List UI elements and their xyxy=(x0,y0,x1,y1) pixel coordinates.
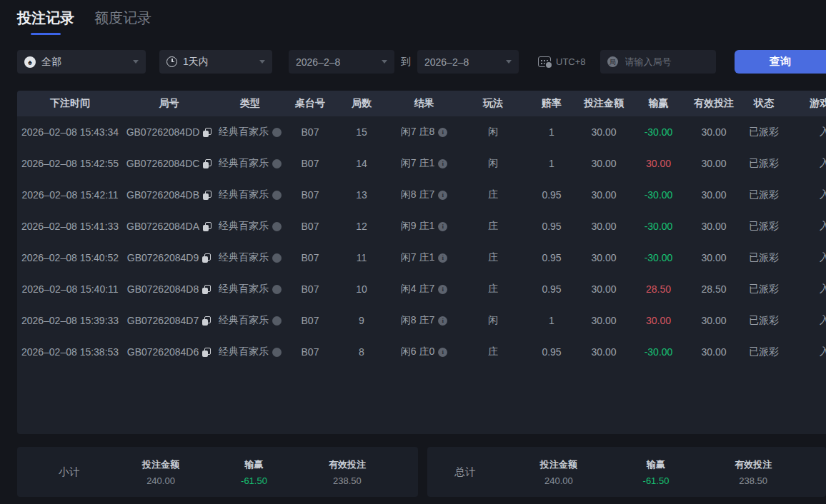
cell-status-text: 已派彩 xyxy=(749,346,779,358)
cell-table-no-text: B07 xyxy=(302,315,319,326)
cell-round-no-text: 15 xyxy=(356,126,367,138)
cell-bet-time-text: 2026–02–08 15:42:55 xyxy=(21,158,119,169)
cell-round-no: 8 xyxy=(335,346,388,358)
cell-game-mode-text: 入座 xyxy=(820,188,826,201)
copy-icon[interactable] xyxy=(203,128,212,137)
copy-icon[interactable] xyxy=(203,191,212,200)
cell-round-id-text: GB07262084D8 xyxy=(127,283,199,295)
info-icon[interactable] xyxy=(438,128,447,137)
cell-game-type-text: 经典百家乐 xyxy=(219,251,269,264)
spade-icon xyxy=(24,56,36,68)
cell-game-mode-text: 入座 xyxy=(820,251,826,264)
cell-game-type: 经典百家乐 xyxy=(215,220,285,233)
cell-table-no-text: B07 xyxy=(302,126,319,138)
cell-odds-text: 1 xyxy=(549,158,554,169)
provider-icon xyxy=(272,159,282,168)
cell-valid-bet-text: 30.00 xyxy=(701,315,726,326)
cell-game-mode-text: 入座 xyxy=(820,157,826,170)
cell-game-mode: 入座 xyxy=(787,314,826,327)
cell-play: 闲 xyxy=(460,126,526,138)
info-icon[interactable] xyxy=(438,191,447,200)
info-icon[interactable] xyxy=(438,348,447,357)
query-button[interactable]: 查询 xyxy=(735,50,826,74)
betting-records-page: 投注记录 额度记录 全部 1天内 2026–2–8 到 2026–2–8 UTC… xyxy=(0,0,826,504)
tab-betting-records[interactable]: 投注记录 xyxy=(17,9,74,35)
cell-table-no: B07 xyxy=(285,346,335,358)
date-from-picker[interactable]: 2026–2–8 xyxy=(289,50,394,74)
info-icon[interactable] xyxy=(438,253,447,263)
cell-play-text: 闲 xyxy=(488,314,498,327)
cell-game-mode: 入座 xyxy=(787,126,826,138)
info-icon[interactable] xyxy=(438,222,447,231)
cell-round-id: GB07262084D8 xyxy=(123,283,215,295)
cell-round-id: GB07262084DD xyxy=(123,126,215,138)
cell-play-text: 庄 xyxy=(488,346,498,358)
copy-icon[interactable] xyxy=(202,285,211,294)
cell-odds-text: 1 xyxy=(549,315,554,326)
copy-icon[interactable] xyxy=(203,222,212,231)
summary-subtotal-stats: 投注金额240.00输赢-61.50有效投注238.50 xyxy=(90,458,418,486)
column-header: 下注时间 xyxy=(17,97,123,110)
tab-quota-records[interactable]: 额度记录 xyxy=(94,9,151,35)
cell-win-loss-text: -30.00 xyxy=(645,252,673,263)
info-icon[interactable] xyxy=(438,316,447,326)
cell-odds-text: 0.95 xyxy=(542,252,561,263)
cell-odds: 0.95 xyxy=(526,283,577,295)
copy-icon[interactable] xyxy=(202,253,211,263)
column-header: 输赢 xyxy=(630,97,687,110)
provider-icon xyxy=(272,285,282,294)
copy-icon[interactable] xyxy=(202,348,211,357)
timezone-indicator: UTC+8 xyxy=(538,56,586,67)
cell-bet-amount: 30.00 xyxy=(577,126,630,138)
summary-stat-label: 投注金额 xyxy=(540,458,577,471)
cell-bet-time: 2026–02–08 15:41:33 xyxy=(17,221,123,232)
summary-stat-value: 238.50 xyxy=(739,475,767,486)
date-to-picker[interactable]: 2026–2–8 xyxy=(417,50,519,74)
copy-icon[interactable] xyxy=(202,316,211,326)
column-header: 局数 xyxy=(335,97,388,110)
cell-odds: 0.95 xyxy=(526,346,577,358)
summary-stat: 投注金额240.00 xyxy=(540,458,577,486)
cell-bet-amount-text: 30.00 xyxy=(591,126,616,138)
column-header: 玩法 xyxy=(460,97,526,110)
cell-game-type-text: 经典百家乐 xyxy=(219,126,269,138)
cell-bet-amount-text: 30.00 xyxy=(591,252,616,263)
cell-round-id-text: GB07262084DB xyxy=(126,189,199,201)
cell-round-id-text: GB07262084DC xyxy=(126,158,200,169)
round-search-input[interactable] xyxy=(624,56,709,68)
cell-round-id-text: GB07262084DD xyxy=(126,126,200,138)
cell-play: 庄 xyxy=(460,251,526,264)
cell-bet-time: 2026–02–08 15:38:53 xyxy=(17,346,123,358)
cell-bet-amount-text: 30.00 xyxy=(591,346,616,358)
game-type-dropdown[interactable]: 全部 xyxy=(17,50,146,74)
cell-play-text: 庄 xyxy=(488,283,498,296)
cell-play: 庄 xyxy=(460,283,526,296)
cell-win-loss: -30.00 xyxy=(630,189,687,201)
info-icon[interactable] xyxy=(438,285,447,294)
provider-icon xyxy=(272,128,282,137)
cell-bet-time: 2026–02–08 15:42:55 xyxy=(17,158,123,169)
info-icon[interactable] xyxy=(438,159,447,168)
chevron-down-icon xyxy=(382,60,387,64)
cell-valid-bet: 30.00 xyxy=(687,252,741,263)
cell-table-no: B07 xyxy=(285,252,335,263)
cell-win-loss-text: -30.00 xyxy=(645,189,673,201)
summary-stat: 有效投注238.50 xyxy=(329,458,366,486)
summary-stat-label: 有效投注 xyxy=(329,458,366,471)
cell-round-id: GB07262084D9 xyxy=(123,252,215,263)
copy-icon[interactable] xyxy=(203,159,212,168)
cell-bet-amount-text: 30.00 xyxy=(591,283,616,295)
cell-game-type: 经典百家乐 xyxy=(215,283,285,296)
cell-round-no-text: 11 xyxy=(357,252,367,263)
cell-game-type: 经典百家乐 xyxy=(215,157,285,170)
time-range-dropdown[interactable]: 1天内 xyxy=(159,50,272,74)
cell-bet-time-text: 2026–02–08 15:41:33 xyxy=(21,221,119,232)
summary-stat: 投注金额240.00 xyxy=(142,458,179,486)
cell-valid-bet-text: 28.50 xyxy=(701,283,726,295)
subtotal-panel: 小计 投注金额240.00输赢-61.50有效投注238.50 xyxy=(17,447,418,497)
cell-round-no-text: 9 xyxy=(359,315,364,326)
cell-play: 庄 xyxy=(460,346,526,358)
cell-result-text: 闲4 庄7 xyxy=(401,283,434,296)
cell-bet-time: 2026–02–08 15:42:11 xyxy=(17,189,123,201)
cell-win-loss-text: 30.00 xyxy=(646,158,671,169)
